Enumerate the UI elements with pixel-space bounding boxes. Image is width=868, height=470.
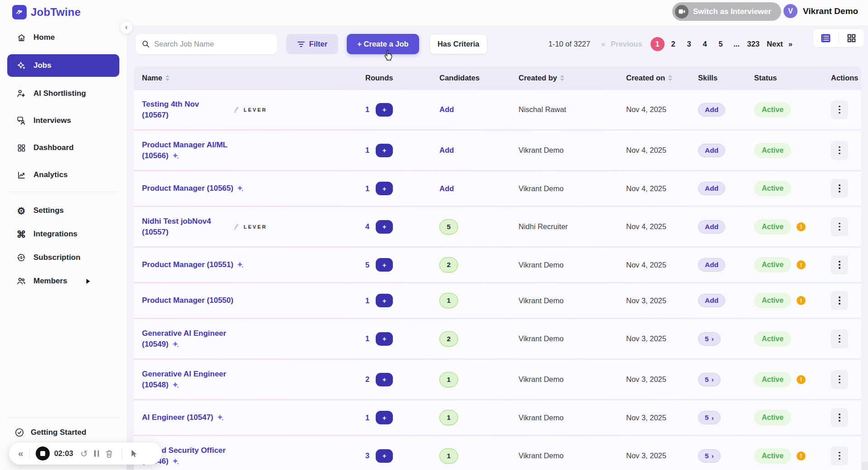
candidates-count-badge[interactable]: 2 [439, 331, 458, 347]
add-skills-button[interactable]: Add [698, 182, 725, 195]
recorder-delete-icon[interactable] [103, 450, 116, 458]
skills-count-button[interactable]: 5› [698, 411, 721, 424]
sidebar-item-settings[interactable]: ⚙ Settings [7, 201, 119, 220]
rounds-count: 3 [365, 451, 369, 460]
grid-view-button[interactable] [839, 29, 864, 47]
job-name-link[interactable]: Generative AI Engineer(10548) [142, 369, 226, 390]
job-name-link[interactable]: Product Manager (10551) [142, 259, 244, 270]
column-label: Created on [626, 74, 665, 82]
pagination-page-4[interactable]: 4 [698, 37, 712, 51]
candidates-count-badge[interactable]: 1 [439, 410, 458, 425]
user-avatar[interactable]: V [783, 4, 797, 18]
row-actions-menu-button[interactable] [831, 141, 848, 160]
candidates-count-badge[interactable]: 2 [439, 257, 458, 273]
candidates-count-badge[interactable]: 1 [439, 372, 458, 387]
add-skills-button[interactable]: Add [698, 220, 725, 234]
add-round-button[interactable]: + [376, 103, 393, 117]
sidebar-item-integrations[interactable]: ⌘ Integrations [7, 225, 119, 244]
create-job-button[interactable]: + Create a Job [347, 34, 419, 54]
sidebar-item-ai-shortlisting[interactable]: AI Shortlisting [7, 83, 119, 104]
cell-created-on: Nov 4, 2025 [618, 222, 689, 231]
job-name-link[interactable]: Product Manager AI/ML(10566) [142, 140, 227, 161]
row-actions-menu-button[interactable] [831, 217, 848, 236]
job-name-link[interactable]: Generative AI Engineer(10549) [142, 328, 226, 350]
column-header-created-by[interactable]: Created by [510, 74, 618, 82]
pagination-next-arrow[interactable]: » [788, 40, 793, 48]
job-name-link[interactable]: Nidhi Test jobNov4(10557) [142, 216, 229, 238]
add-skills-button[interactable]: Add [698, 144, 725, 157]
job-name-link[interactable]: Product Manager (10565) [142, 183, 244, 194]
pagination-page-...[interactable]: ... [730, 37, 744, 51]
add-round-button[interactable]: + [376, 258, 393, 272]
cell-skills: Add [689, 220, 745, 234]
skills-count-button[interactable]: 5› [698, 449, 721, 463]
row-actions-menu-button[interactable] [831, 179, 848, 198]
row-actions-menu-button[interactable] [831, 255, 848, 274]
job-name-link[interactable]: Testing 4th Nov(10567) [142, 99, 229, 121]
row-actions-menu-button[interactable] [831, 291, 848, 310]
candidates-count-badge[interactable]: 5 [439, 219, 458, 235]
recorder-stop-button[interactable] [36, 446, 50, 461]
add-skills-button[interactable]: Add [698, 294, 725, 307]
pagination-page-323[interactable]: 323 [745, 37, 762, 51]
pagination-page-1[interactable]: 1 [651, 37, 665, 51]
add-round-button[interactable]: + [376, 182, 393, 195]
skills-count-button[interactable]: 5› [698, 373, 721, 386]
recorder-collapse-icon[interactable]: « [18, 448, 24, 459]
column-label: Actions [831, 74, 859, 82]
pagination-page-2[interactable]: 2 [666, 37, 680, 51]
column-header-created-on[interactable]: Created on [618, 74, 689, 82]
pagination-prev-arrow[interactable]: « [601, 40, 605, 48]
candidates-count-badge[interactable]: 1 [439, 293, 458, 308]
add-round-button[interactable]: + [376, 373, 393, 386]
row-actions-menu-button[interactable] [831, 446, 848, 465]
row-actions-menu-button[interactable] [831, 408, 848, 427]
add-round-button[interactable]: + [376, 449, 393, 463]
switch-as-interviewer-button[interactable]: Switch as Interviewer [672, 2, 781, 21]
job-name-link[interactable]: Product Manager (10550) [142, 295, 233, 306]
add-round-button[interactable]: + [376, 411, 393, 424]
sidebar-item-label: Interviews [33, 116, 71, 125]
row-actions-menu-button[interactable] [831, 100, 848, 119]
pagination-previous-button[interactable]: Previous [611, 40, 642, 48]
add-round-button[interactable]: + [376, 144, 393, 157]
warning-icon: ! [797, 451, 806, 461]
sidebar-item-members[interactable]: Members [7, 272, 119, 291]
lever-logo-icon [232, 223, 240, 230]
sidebar-item-subscription[interactable]: $ Subscription [7, 248, 119, 267]
sidebar-item-home[interactable]: Home [7, 27, 119, 48]
filter-button[interactable]: Filter [286, 34, 338, 54]
column-header-name[interactable]: Name [134, 74, 357, 82]
pagination-next-button[interactable]: Next [767, 40, 783, 48]
sidebar-collapse-button[interactable]: ‹ [120, 21, 133, 34]
created-by-text: Vikrant Demo [519, 296, 564, 305]
sidebar-item-jobs[interactable]: Jobs [7, 54, 119, 77]
search-input[interactable] [154, 40, 272, 48]
add-candidates-link[interactable]: Add [439, 146, 454, 154]
candidates-count-badge[interactable]: 1 [439, 448, 458, 464]
status-badge: Active [754, 331, 791, 347]
list-view-button[interactable] [813, 29, 839, 47]
sidebar-item-dashboard[interactable]: Dashboard [7, 137, 119, 158]
getting-started-button[interactable]: Getting Started [7, 417, 119, 437]
has-criteria-button[interactable]: Has Criteria [429, 34, 487, 54]
recorder-pause-icon[interactable] [90, 450, 103, 457]
job-name-link[interactable]: AI Engineer (10547) [142, 412, 224, 423]
add-skills-button[interactable]: Add [698, 103, 725, 117]
add-candidates-link[interactable]: Add [439, 105, 454, 113]
row-actions-menu-button[interactable] [831, 329, 848, 348]
recorder-restart-icon[interactable]: ↺ [78, 449, 90, 458]
add-round-button[interactable]: + [376, 332, 393, 346]
sidebar-item-analytics[interactable]: Analytics [7, 164, 119, 185]
row-actions-menu-button[interactable] [831, 370, 848, 389]
add-round-button[interactable]: + [376, 294, 393, 307]
sidebar-item-interviews[interactable]: Interviews [7, 110, 119, 131]
recorder-cursor-icon[interactable] [128, 450, 141, 457]
add-candidates-link[interactable]: Add [439, 184, 454, 193]
add-round-button[interactable]: + [376, 220, 393, 234]
pagination-page-3[interactable]: 3 [682, 37, 696, 51]
add-skills-button[interactable]: Add [698, 258, 725, 272]
pagination-page-5[interactable]: 5 [714, 37, 728, 51]
skills-count-button[interactable]: 5› [698, 332, 721, 346]
chevron-right-icon: › [712, 335, 714, 343]
